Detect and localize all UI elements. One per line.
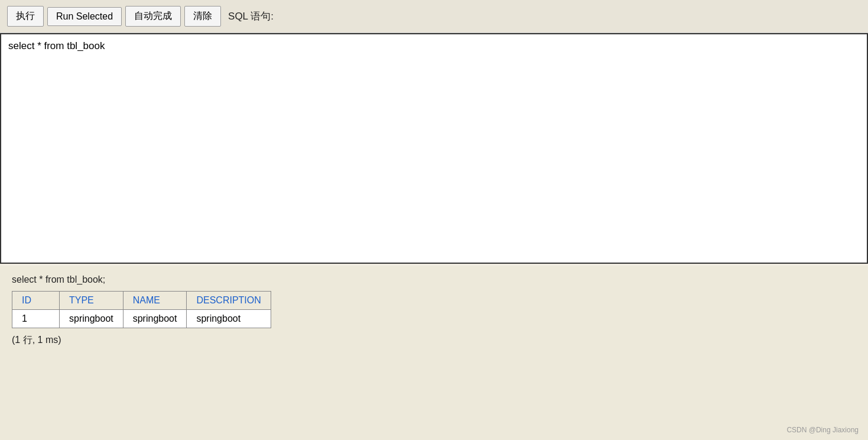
table-cell: springboot — [60, 310, 123, 328]
result-table: IDTYPENAMEDESCRIPTION 1springbootspringb… — [12, 291, 271, 328]
results-area: select * from tbl_book; IDTYPENAMEDESCRI… — [0, 266, 868, 440]
table-row: 1springbootspringbootspringboot — [12, 310, 271, 328]
query-echo: select * from tbl_book; — [12, 274, 856, 285]
result-stats: (1 行, 1 ms) — [12, 334, 856, 347]
table-body: 1springbootspringbootspringboot — [12, 310, 271, 328]
table-column-header: ID — [12, 292, 60, 310]
table-column-header: TYPE — [60, 292, 123, 310]
toolbar: 执行 Run Selected 自动完成 清除 SQL 语句: — [0, 0, 868, 33]
table-column-header: NAME — [123, 292, 187, 310]
sql-label: SQL 语句: — [228, 9, 274, 23]
autocomplete-button[interactable]: 自动完成 — [125, 6, 181, 27]
table-cell: springboot — [123, 310, 187, 328]
watermark: CSDN @Ding Jiaxiong — [786, 426, 859, 434]
execute-button[interactable]: 执行 — [7, 6, 44, 27]
table-column-header: DESCRIPTION — [187, 292, 271, 310]
table-cell: 1 — [12, 310, 60, 328]
table-cell: springboot — [187, 310, 271, 328]
table-header-row: IDTYPENAMEDESCRIPTION — [12, 292, 271, 310]
run-selected-button[interactable]: Run Selected — [47, 7, 122, 26]
clear-button[interactable]: 清除 — [184, 6, 221, 27]
sql-editor[interactable] — [0, 33, 868, 264]
